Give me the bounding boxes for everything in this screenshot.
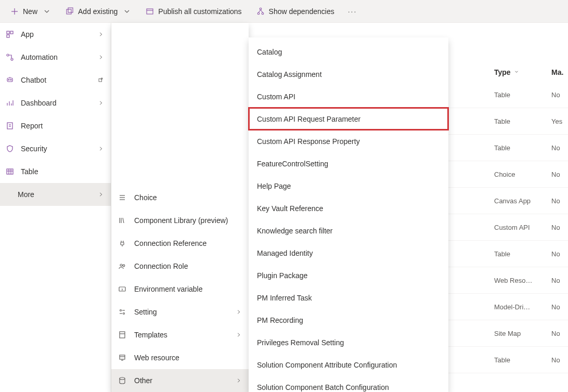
column-managed-label: Ma. xyxy=(551,68,563,76)
external-icon xyxy=(98,77,104,84)
other-item-pm-inferred-task[interactable]: PM Inferred Task xyxy=(249,286,448,309)
row-type: Table xyxy=(494,91,551,99)
row-type: Site Map xyxy=(494,330,551,337)
report-icon xyxy=(5,121,15,130)
sidebar-item-dashboard[interactable]: Dashboard xyxy=(0,92,111,114)
other-item-key-vault-reference[interactable]: Key Vault Reference xyxy=(249,197,448,219)
svg-rect-26 xyxy=(7,123,12,129)
column-type[interactable]: Type xyxy=(494,68,551,76)
other-item-managed-identity[interactable]: Managed Identity xyxy=(249,242,448,264)
add-existing-button[interactable]: Add existing xyxy=(59,4,137,19)
chevron-right-icon xyxy=(98,53,104,61)
other-item-label: Catalog Assignment xyxy=(257,70,322,79)
dashboard-icon xyxy=(5,98,15,108)
row-type: Table xyxy=(494,250,551,258)
flyout-item-choice[interactable]: Choice xyxy=(111,186,249,209)
svg-rect-65 xyxy=(120,355,125,359)
publish-button[interactable]: Publish all customizations xyxy=(139,4,248,19)
sidebar-item-chatbot[interactable]: Chatbot xyxy=(0,69,111,92)
other-item-label: PM Inferred Task xyxy=(257,294,312,302)
more-flyout: Choice Component Library (preview) Conne… xyxy=(111,23,249,392)
other-item-custom-api[interactable]: Custom API xyxy=(249,85,448,108)
other-item-knowledge-search-filter[interactable]: Knowledge search filter xyxy=(249,219,448,242)
other-item-solution-component-attribute-configuration[interactable]: Solution Component Attribute Configurati… xyxy=(249,354,448,376)
svg-line-9 xyxy=(259,10,261,12)
other-item-label: Solution Component Batch Configuration xyxy=(257,383,389,391)
other-item-solution-component-batch-configuration[interactable]: Solution Component Batch Configuration xyxy=(249,376,448,392)
row-managed: No xyxy=(551,356,568,364)
other-item-label: Plugin Package xyxy=(257,271,307,280)
svg-point-7 xyxy=(257,12,260,15)
sidebar-item-report[interactable]: Report xyxy=(0,114,111,137)
overflow-button[interactable]: ··· xyxy=(343,4,363,19)
flyout-item-connection-role[interactable]: Connection Role xyxy=(111,255,249,278)
svg-line-50 xyxy=(123,218,124,223)
other-item-privileges-removal-setting[interactable]: Privileges Removal Setting xyxy=(249,331,448,354)
other-item-label: Custom API xyxy=(257,93,295,101)
publish-icon xyxy=(146,7,154,16)
other-item-custom-api-response-property[interactable]: Custom API Response Property xyxy=(249,130,448,152)
other-item-label: Custom API Request Parameter xyxy=(257,115,360,123)
flyout-item-label: Component Library (preview) xyxy=(134,216,241,225)
svg-point-18 xyxy=(8,80,9,81)
column-managed[interactable]: Ma. xyxy=(551,68,568,76)
row-type: Table xyxy=(494,144,551,152)
flyout-item-web-resource[interactable]: Web resource xyxy=(111,346,249,369)
sidebar-label: Chatbot xyxy=(21,76,92,84)
svg-point-8 xyxy=(262,12,264,15)
plus-icon xyxy=(10,7,19,16)
row-type: Table xyxy=(494,356,551,364)
flyout-item-templates[interactable]: Templates xyxy=(111,323,249,346)
svg-rect-13 xyxy=(7,35,9,37)
svg-rect-29 xyxy=(7,169,13,174)
dependencies-button[interactable]: Show dependencies xyxy=(250,4,341,19)
flyout-item-connection-reference[interactable]: Connection Reference xyxy=(111,232,249,255)
row-managed: No xyxy=(551,330,568,337)
chevron-right-icon xyxy=(236,331,241,339)
other-item-label: Managed Identity xyxy=(257,249,313,257)
chevron-down-icon xyxy=(514,69,519,75)
svg-point-68 xyxy=(120,377,125,380)
plug-icon xyxy=(118,239,127,248)
svg-point-15 xyxy=(11,58,13,60)
sidebar: App Automation Chatbot Dashboard Report … xyxy=(0,23,111,392)
row-type: Web Reso… xyxy=(494,277,551,284)
row-type: Model-Dri… xyxy=(494,303,551,311)
flyout-item-label: Connection Role xyxy=(134,262,241,270)
row-type: Choice xyxy=(494,171,551,178)
other-flyout: CatalogCatalog AssignmentCustom APICusto… xyxy=(249,37,448,392)
other-item-plugin-package[interactable]: Plugin Package xyxy=(249,264,448,286)
sidebar-item-automation[interactable]: Automation xyxy=(0,46,111,69)
sidebar-item-app[interactable]: App xyxy=(0,23,111,46)
other-item-custom-api-request-parameter[interactable]: Custom API Request Parameter xyxy=(249,108,448,130)
flyout-item-label: Web resource xyxy=(134,354,241,362)
chevron-right-icon xyxy=(98,145,104,153)
sidebar-item-table[interactable]: Table xyxy=(0,160,111,183)
other-item-catalog-assignment[interactable]: Catalog Assignment xyxy=(249,63,448,85)
row-managed: No xyxy=(551,171,568,178)
flyout-item-component-library-preview-[interactable]: Component Library (preview) xyxy=(111,209,249,232)
row-type: Table xyxy=(494,117,551,125)
chatbot-icon xyxy=(5,75,15,85)
publish-label: Publish all customizations xyxy=(158,7,241,16)
other-item-featurecontrolsetting[interactable]: FeatureControlSetting xyxy=(249,152,448,175)
svg-rect-4 xyxy=(147,9,153,14)
row-managed: No xyxy=(551,303,568,311)
row-managed: No xyxy=(551,224,568,231)
flyout-item-environment-variable[interactable]: x Environment variable xyxy=(111,278,249,300)
flyout-item-label: Environment variable xyxy=(134,285,241,293)
choice-icon xyxy=(118,193,127,202)
new-button[interactable]: New xyxy=(4,4,57,19)
sidebar-label: Automation xyxy=(21,53,92,61)
flyout-item-other[interactable]: Other xyxy=(111,369,249,392)
people-icon xyxy=(118,262,127,271)
sidebar-item-more[interactable]: More xyxy=(0,183,111,206)
other-item-label: Catalog xyxy=(257,48,282,56)
sidebar-item-security[interactable]: Security xyxy=(0,137,111,160)
other-item-label: Privileges Removal Setting xyxy=(257,338,344,347)
other-icon xyxy=(118,376,127,385)
other-item-catalog[interactable]: Catalog xyxy=(249,41,448,63)
other-item-help-page[interactable]: Help Page xyxy=(249,175,448,197)
other-item-pm-recording[interactable]: PM Recording xyxy=(249,309,448,331)
flyout-item-setting[interactable]: Setting xyxy=(111,300,249,323)
